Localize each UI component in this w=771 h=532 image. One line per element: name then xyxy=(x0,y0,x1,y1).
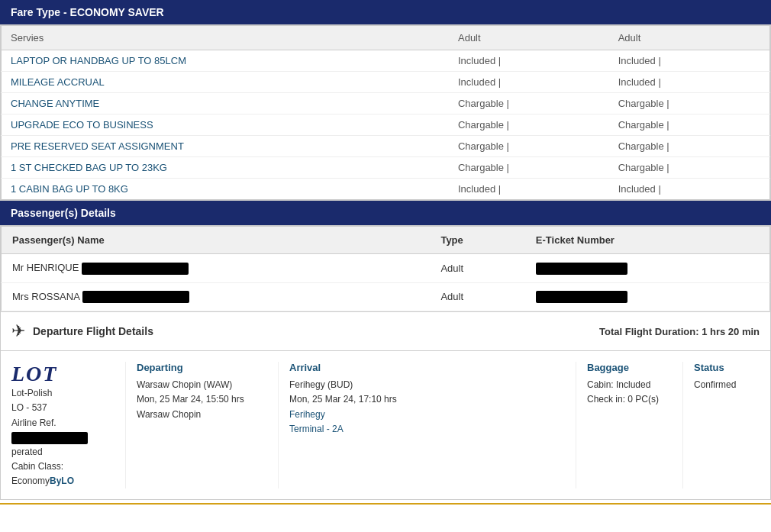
lot-logo: LOT xyxy=(11,362,115,386)
departing-airport: Warsaw Chopin (WAW) xyxy=(137,378,267,392)
status-value: Confirmed xyxy=(694,378,749,392)
service-name: PRE RESERVED SEAT ASSIGNMENT xyxy=(2,136,449,157)
airline-ref-redacted xyxy=(11,432,88,444)
fare-type-header: Fare Type - ECONOMY SAVER xyxy=(0,0,771,24)
baggage-label: Baggage xyxy=(587,362,672,373)
service-name: MILEAGE ACCRUAL xyxy=(2,72,449,93)
airline-col: LOT Lot-Polish LO - 537 Airline Ref. per… xyxy=(11,362,126,488)
service-name: CHANGE ANYTIME xyxy=(2,93,449,114)
adult2-col-header: Adult xyxy=(609,26,770,50)
departure-header-left: ✈ Departure Flight Details xyxy=(11,321,153,341)
pax-type: Adult xyxy=(430,254,524,283)
flight-number: LO - 537 xyxy=(11,401,115,415)
table-row: MILEAGE ACCRUAL Included | Included | xyxy=(2,72,770,93)
service-adult1: Chargable | xyxy=(449,157,609,179)
arrival-col: Arrival Ferihegy (BUD) Mon, 25 Mar 24, 1… xyxy=(279,362,576,488)
cabin-class: Cabin Class: EconomyByLO xyxy=(11,459,115,488)
service-adult2: Chargable | xyxy=(609,157,770,179)
departing-terminal: Warsaw Chopin xyxy=(137,408,267,422)
pax-name-col-header: Passenger(s) Name xyxy=(2,227,431,254)
departing-datetime: Mon, 25 Mar 24, 15:50 hrs xyxy=(137,392,267,407)
baggage-col: Baggage Cabin: Included Check in: 0 PC(s… xyxy=(576,362,683,488)
airline-name: Lot-Polish xyxy=(11,386,115,401)
departing-label: Departing xyxy=(137,362,267,373)
service-name: UPGRADE ECO TO BUSINESS xyxy=(2,114,449,136)
service-adult2: Chargable | xyxy=(609,136,770,157)
service-adult2: Included | xyxy=(609,72,770,93)
fare-type-title: Fare Type - ECONOMY SAVER xyxy=(11,6,164,18)
departing-col: Departing Warsaw Chopin (WAW) Mon, 25 Ma… xyxy=(126,362,279,488)
table-row: LAPTOP OR HANDBAG UP TO 85LCM Included |… xyxy=(2,50,770,72)
service-adult2: Chargable | xyxy=(609,93,770,114)
table-row: UPGRADE ECO TO BUSINESS Chargable | Char… xyxy=(2,114,770,136)
baggage-checkin: Check in: 0 PC(s) xyxy=(587,392,672,407)
pax-ticket xyxy=(525,282,770,311)
airline-ref: Airline Ref. perated xyxy=(11,416,115,460)
service-name: LAPTOP OR HANDBAG UP TO 85LCM xyxy=(2,50,449,72)
services-table: Servies Adult Adult LAPTOP OR HANDBAG UP… xyxy=(1,25,770,200)
table-row: Mrs ROSSANA Adult xyxy=(2,282,770,311)
table-row: PRE RESERVED SEAT ASSIGNMENT Chargable |… xyxy=(2,136,770,157)
service-adult1: Chargable | xyxy=(449,136,609,157)
service-adult2: Chargable | xyxy=(609,114,770,136)
table-row: 1 CABIN BAG UP TO 8KG Included | Include… xyxy=(2,179,770,200)
arrival-city: Ferihegy xyxy=(289,408,565,422)
pax-type: Adult xyxy=(430,282,524,311)
table-row: CHANGE ANYTIME Chargable | Chargable | xyxy=(2,93,770,114)
service-adult1: Included | xyxy=(449,179,609,200)
service-adult1: Included | xyxy=(449,50,609,72)
pax-name: Mrs ROSSANA xyxy=(2,282,431,311)
departure-duration: Total Flight Duration: 1 hrs 20 min xyxy=(599,326,760,337)
service-adult1: Chargable | xyxy=(449,93,609,114)
service-adult1: Included | xyxy=(449,72,609,93)
passenger-table: Passenger(s) Name Type E-Ticket Number M… xyxy=(1,226,770,311)
service-adult2: Included | xyxy=(609,179,770,200)
service-name: 1 ST CHECKED BAG UP TO 23KG xyxy=(2,157,449,179)
pax-ticket-col-header: E-Ticket Number xyxy=(525,227,770,254)
service-name: 1 CABIN BAG UP TO 8KG xyxy=(2,179,449,200)
departure-title: Departure Flight Details xyxy=(33,325,153,337)
pax-ticket xyxy=(525,254,770,283)
services-col-header: Servies xyxy=(2,26,449,50)
passengers-title: Passenger(s) Details xyxy=(11,207,116,219)
passengers-section-header: Passenger(s) Details xyxy=(0,201,771,225)
flight-details-row: LOT Lot-Polish LO - 537 Airline Ref. per… xyxy=(0,351,771,500)
status-label: Status xyxy=(694,362,749,373)
service-adult2: Included | xyxy=(609,50,770,72)
plane-icon: ✈ xyxy=(11,321,25,341)
baggage-cabin: Cabin: Included xyxy=(587,378,672,392)
airline-ref-suffix: perated xyxy=(11,447,43,457)
adult1-col-header: Adult xyxy=(449,26,609,50)
bottom-border xyxy=(0,503,771,505)
status-col: Status Confirmed xyxy=(683,362,760,488)
airline-ref-label: Airline Ref. xyxy=(11,418,56,428)
pax-type-col-header: Type xyxy=(430,227,524,254)
table-row: Mr HENRIQUE Adult xyxy=(2,254,770,283)
arrival-label: Arrival xyxy=(289,362,565,373)
departure-header: ✈ Departure Flight Details Total Flight … xyxy=(0,312,771,351)
arrival-datetime: Mon, 25 Mar 24, 17:10 hrs xyxy=(289,392,565,407)
arrival-airport: Ferihegy (BUD) xyxy=(289,378,565,392)
arrival-terminal: Terminal - 2A xyxy=(289,422,565,437)
pax-name: Mr HENRIQUE xyxy=(2,254,431,283)
table-row: 1 ST CHECKED BAG UP TO 23KG Chargable | … xyxy=(2,157,770,179)
service-adult1: Chargable | xyxy=(449,114,609,136)
